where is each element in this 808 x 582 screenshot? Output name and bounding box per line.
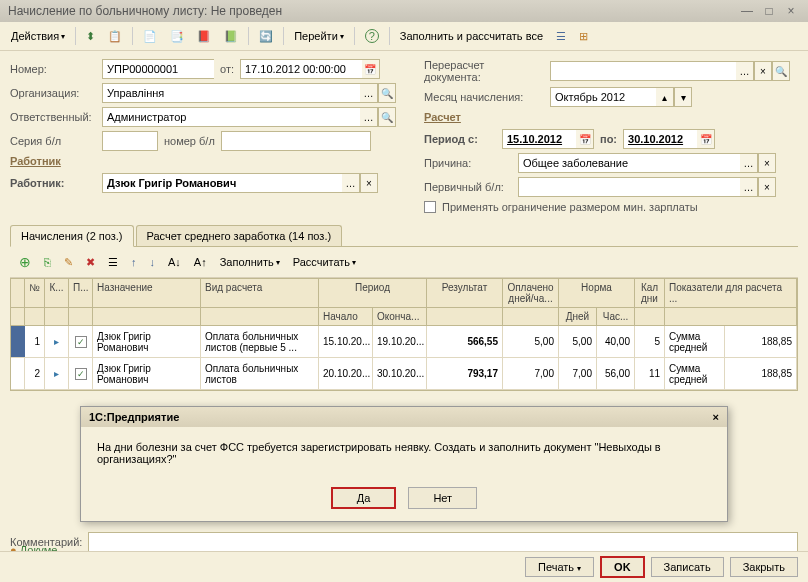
- col-norm[interactable]: Норма: [559, 279, 635, 307]
- col-paid[interactable]: Оплачено дней/ча...: [503, 279, 559, 307]
- calc-menu[interactable]: Рассчитать ▾: [288, 253, 361, 271]
- series-input[interactable]: [102, 131, 158, 151]
- recalc-select-icon[interactable]: …: [736, 61, 754, 81]
- reason-select-icon[interactable]: …: [740, 153, 758, 173]
- delete-row-icon[interactable]: ✖: [81, 253, 100, 272]
- move-up-icon[interactable]: ↑: [126, 253, 142, 271]
- resp-search-icon[interactable]: 🔍: [378, 107, 396, 127]
- maximize-icon[interactable]: □: [760, 4, 778, 18]
- main-toolbar: Действия ▾ ⬍ 📋 📄 📑 📕 📗 🔄 Перейти ▾ ? Зап…: [0, 22, 808, 51]
- toolbar-icon-4[interactable]: 📑: [165, 27, 189, 46]
- col-hours[interactable]: Час...: [597, 308, 635, 325]
- resp-select-icon[interactable]: …: [360, 107, 378, 127]
- date-input[interactable]: [240, 59, 362, 79]
- primary-clear-icon[interactable]: ×: [758, 177, 776, 197]
- toolbar-icon-3[interactable]: 📄: [138, 27, 162, 46]
- col-p[interactable]: П...: [69, 279, 93, 307]
- col-name[interactable]: Назначение: [93, 279, 201, 307]
- primary-select-icon[interactable]: …: [740, 177, 758, 197]
- toolbar-icon-2[interactable]: 📋: [103, 27, 127, 46]
- col-calc[interactable]: Вид расчета: [201, 279, 319, 307]
- worker-label: Работник:: [10, 177, 96, 189]
- series-label: Серия б/л: [10, 135, 96, 147]
- period-to-date-icon[interactable]: 📅: [697, 129, 715, 149]
- col-period[interactable]: Период: [319, 279, 427, 307]
- sort-asc-icon[interactable]: A↓: [163, 253, 186, 271]
- toolbar-icon-1[interactable]: ⬍: [81, 27, 100, 46]
- dialog-no-button[interactable]: Нет: [408, 487, 477, 509]
- sort-desc-icon[interactable]: A↑: [189, 253, 212, 271]
- toolbar-icon-table1[interactable]: ☰: [551, 27, 571, 46]
- org-select-icon[interactable]: …: [360, 83, 378, 103]
- month-down-icon[interactable]: ▾: [674, 87, 692, 107]
- fill-calc-all[interactable]: Заполнить и рассчитать все: [395, 27, 548, 45]
- dialog-close-icon[interactable]: ×: [713, 411, 719, 423]
- table-row[interactable]: 1▸✓Дзюк Григір РомановичОплата больничны…: [11, 326, 797, 358]
- bl-num-input[interactable]: [221, 131, 371, 151]
- primary-label: Первичный б/л:: [424, 181, 512, 193]
- goto-menu[interactable]: Перейти ▾: [289, 27, 349, 45]
- number-label: Номер:: [10, 63, 96, 75]
- actions-menu[interactable]: Действия ▾: [6, 27, 70, 45]
- save-button[interactable]: Записать: [651, 557, 724, 577]
- calc-section: Расчет: [424, 111, 798, 123]
- number-input[interactable]: [102, 59, 214, 79]
- primary-input[interactable]: [518, 177, 740, 197]
- minimize-icon[interactable]: —: [738, 4, 756, 18]
- month-input[interactable]: [550, 87, 656, 107]
- col-ind[interactable]: Показатели для расчета ...: [665, 279, 797, 307]
- print-button[interactable]: Печать ▾: [525, 557, 594, 577]
- fill-menu[interactable]: Заполнить ▾: [215, 253, 285, 271]
- table-row[interactable]: 2▸✓Дзюк Григір РомановичОплата больничны…: [11, 358, 797, 390]
- period-from-date-icon[interactable]: 📅: [576, 129, 594, 149]
- period-to-input[interactable]: [623, 129, 697, 149]
- dialog-yes-button[interactable]: Да: [331, 487, 397, 509]
- limit-checkbox[interactable]: [424, 201, 436, 213]
- org-input[interactable]: [102, 83, 360, 103]
- worker-clear-icon[interactable]: ×: [360, 173, 378, 193]
- tab-accruals[interactable]: Начисления (2 поз.): [10, 225, 134, 247]
- worker-select-icon[interactable]: …: [342, 173, 360, 193]
- col-days[interactable]: Дней: [559, 308, 597, 325]
- move-down-icon[interactable]: ↓: [145, 253, 161, 271]
- col-end[interactable]: Оконча...: [373, 308, 427, 325]
- col-result[interactable]: Результат: [427, 279, 503, 307]
- ok-button[interactable]: OK: [600, 556, 645, 578]
- org-search-icon[interactable]: 🔍: [378, 83, 396, 103]
- grid-icon-1[interactable]: ☰: [103, 253, 123, 272]
- copy-row-icon[interactable]: ⎘: [39, 253, 56, 271]
- add-row-icon[interactable]: ⊕: [14, 251, 36, 273]
- toolbar-icon-6[interactable]: 📗: [219, 27, 243, 46]
- period-to-label: по:: [600, 133, 617, 145]
- col-cal[interactable]: Кал дни: [635, 279, 665, 307]
- close-button[interactable]: Закрыть: [730, 557, 798, 577]
- grid-toolbar: ⊕ ⎘ ✎ ✖ ☰ ↑ ↓ A↓ A↑ Заполнить ▾ Рассчита…: [10, 247, 798, 278]
- recalc-input[interactable]: [550, 61, 736, 81]
- col-n[interactable]: №: [25, 279, 45, 307]
- month-up-icon[interactable]: ▴: [656, 87, 674, 107]
- period-from-input[interactable]: [502, 129, 576, 149]
- help-icon[interactable]: ?: [360, 26, 384, 46]
- window-controls: — □ ×: [738, 4, 800, 18]
- comment-label: Комментарий:: [10, 536, 82, 548]
- recalc-clear-icon[interactable]: ×: [754, 61, 772, 81]
- limit-label: Применять ограничение размером мин. зарп…: [442, 201, 698, 213]
- toolbar-icon-7[interactable]: 🔄: [254, 27, 278, 46]
- reason-input[interactable]: [518, 153, 740, 173]
- tab-average[interactable]: Расчет среднего заработка (14 поз.): [136, 225, 343, 246]
- dialog-title: 1С:Предприятие: [89, 411, 179, 423]
- resp-input[interactable]: [102, 107, 360, 127]
- toolbar-icon-5[interactable]: 📕: [192, 27, 216, 46]
- toolbar-icon-table2[interactable]: ⊞: [574, 27, 593, 46]
- edit-row-icon[interactable]: ✎: [59, 253, 78, 272]
- col-k[interactable]: К...: [45, 279, 69, 307]
- worker-input[interactable]: [102, 173, 342, 193]
- title-bar: Начисление по больничному листу: Не пров…: [0, 0, 808, 22]
- comment-input[interactable]: [88, 532, 798, 552]
- comment-row: Комментарий:: [10, 532, 798, 552]
- close-icon[interactable]: ×: [782, 4, 800, 18]
- reason-clear-icon[interactable]: ×: [758, 153, 776, 173]
- col-start[interactable]: Начало: [319, 308, 373, 325]
- date-picker-icon[interactable]: 📅: [362, 59, 380, 79]
- recalc-search-icon[interactable]: 🔍: [772, 61, 790, 81]
